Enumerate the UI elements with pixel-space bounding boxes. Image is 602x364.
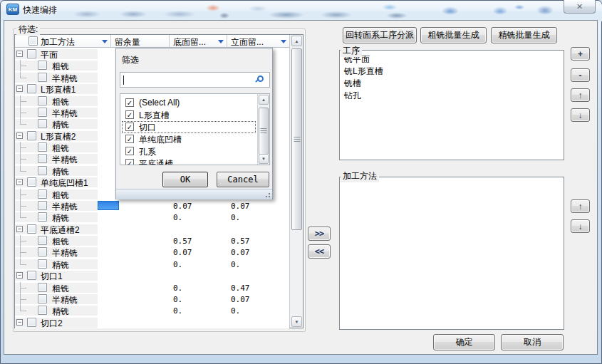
scroll-up-button[interactable]: ▲ [259,95,269,105]
remove-button[interactable]: - [571,68,590,82]
scroll-down-button[interactable]: ▼ [291,316,302,327]
filter-list-item[interactable]: ✓单纯底凹槽 [122,133,256,145]
scroll-down-button[interactable]: ▼ [259,154,269,164]
checkbox[interactable] [38,73,47,82]
scroll-up-button[interactable]: ▲ [291,36,302,46]
filter-dropdown-icon[interactable] [218,40,224,43]
finish-batch-generate-button[interactable]: 精铣批量生成 [491,27,557,43]
checkbox[interactable] [38,119,47,128]
process-move-down-button[interactable]: ↓ [571,108,590,122]
move-right-button[interactable]: >> [308,227,331,241]
tree-row-group[interactable]: −切口2 [15,317,289,328]
checkbox[interactable] [38,283,47,292]
checkbox[interactable] [27,84,36,93]
checkbox[interactable] [38,236,47,245]
checkbox[interactable] [27,49,36,58]
collapse-icon[interactable]: − [16,132,23,139]
checkbox[interactable] [38,306,47,315]
checkbox[interactable]: ✓ [125,147,134,155]
move-left-button[interactable]: << [308,244,331,259]
collapse-icon[interactable]: − [16,51,23,57]
process-list-item[interactable]: 铣槽 [344,78,361,90]
resize-grip[interactable] [265,192,271,198]
scroll-thumb[interactable] [259,108,269,155]
collapse-icon[interactable]: − [16,179,23,185]
tree-row-item[interactable]: 精铣0.0. [15,259,289,270]
add-button[interactable]: + [571,47,590,61]
tree-row-item[interactable]: 粗铣0.570.57 [15,235,289,246]
checkbox[interactable]: ✓ [125,135,134,143]
filter-list-item[interactable]: ✓L形直槽 [122,109,256,121]
ok-button[interactable]: OK [162,172,208,187]
filter-list-scrollbar[interactable]: ▲ ▼ [257,94,269,165]
confirm-button[interactable]: 确定 [433,334,495,350]
checkbox[interactable] [27,271,36,280]
method-move-down-button[interactable]: ↓ [571,219,590,233]
checkbox[interactable] [38,201,47,210]
search-input[interactable] [121,73,256,86]
checkbox[interactable] [38,294,47,303]
tree-row-item[interactable]: 粗铣0.0.47 [15,282,289,293]
filter-list-item[interactable]: ✓平底通槽 [122,157,256,165]
process-move-up-button[interactable]: ↑ [571,88,590,102]
cancel-button[interactable]: Cancel [217,172,269,187]
header-select-all-checkbox[interactable] [28,36,38,46]
checkbox[interactable]: ✓ [125,98,134,107]
tree-row-item[interactable]: 精铣0.0. [15,212,289,223]
checkbox[interactable] [27,131,36,140]
checkbox[interactable] [27,177,36,187]
checkbox[interactable] [38,96,47,105]
checkbox[interactable] [38,259,47,269]
tree-row-group[interactable]: −平底通槽2 [15,224,289,235]
filter-list-item[interactable]: ✓孔系 [122,145,256,157]
process-list-item[interactable]: 铣L形直槽 [344,66,383,78]
header-cell-allowance[interactable]: 留余量 [115,36,140,48]
header-cell-bottom-allowance[interactable]: 底面留... [173,36,206,48]
method-list[interactable] [339,177,564,330]
rough-batch-generate-button[interactable]: 粗铣批量生成 [420,27,487,43]
checkbox[interactable] [27,224,36,234]
tree-row-group[interactable]: −切口1 [15,270,289,281]
tree-row-item[interactable]: 半精铣0.070.07 [15,246,289,258]
checkbox[interactable]: ✓ [125,110,134,119]
cancel-dialog-button[interactable]: 取消 [501,334,564,350]
collapse-icon[interactable]: − [16,272,23,279]
checkbox[interactable] [38,108,47,117]
vertical-scrollbar[interactable]: ▲ ▼ [289,35,303,328]
header-cell-side-allowance[interactable]: 立面留... [231,36,264,48]
titlebar[interactable] [1,1,602,21]
grid-header[interactable]: 加工方法 留余量 底面留... 立面留... [15,35,303,48]
checkbox[interactable] [38,212,47,222]
checkbox[interactable] [27,318,36,327]
scroll-thumb[interactable] [291,48,302,230]
process-list[interactable]: 铣平面铣L形直槽铣槽钻孔 [339,50,564,160]
collapse-icon[interactable]: − [16,85,23,92]
tree-row-item[interactable]: 半精铣0.0.07 [15,293,289,305]
checkbox[interactable] [38,247,47,256]
checkbox[interactable] [38,142,47,152]
filter-dropdown-icon[interactable] [281,40,286,43]
column-separator[interactable] [227,35,227,48]
tree-row-item[interactable]: 半精铣0.070.07 [15,200,289,212]
method-move-up-button[interactable]: ↑ [571,199,590,213]
process-list-item[interactable]: 钻孔 [344,90,361,102]
checkbox[interactable] [38,154,47,163]
filter-dropdown-icon[interactable] [102,40,108,43]
close-button[interactable]: ✕ [564,0,596,14]
filter-list-item[interactable]: ✓(Select All) [122,97,256,109]
checkbox[interactable] [38,189,47,199]
collapse-icon[interactable]: − [16,226,23,232]
filter-list-item[interactable]: ✓切口 [122,121,256,133]
cell-value-bottom-allowance: 0. [173,295,182,304]
collapse-icon[interactable]: − [16,319,23,326]
tree-row-item[interactable]: 精铣0.0. [15,305,289,316]
checkbox[interactable]: ✓ [125,123,134,131]
checkbox[interactable] [38,61,47,70]
header-cell-machining-method[interactable]: 加工方法 [41,36,75,48]
column-separator[interactable] [110,35,111,48]
assign-rotary-face-button[interactable]: 回转面系工序分派 [343,27,417,43]
search-icon[interactable] [257,76,264,82]
checkbox[interactable] [38,166,47,175]
checkbox[interactable]: ✓ [125,159,134,165]
column-separator[interactable] [169,35,170,48]
